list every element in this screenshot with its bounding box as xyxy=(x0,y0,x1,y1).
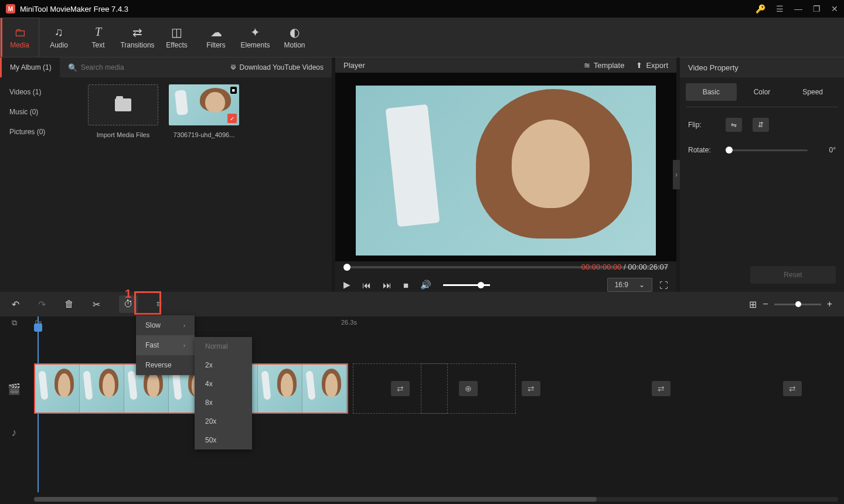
player-panel: Player ≋ Template ⬆ Export xyxy=(335,57,676,292)
fast-20x-item[interactable]: 20x xyxy=(195,412,252,431)
minimize-icon[interactable]: — xyxy=(794,4,802,13)
close-icon[interactable]: ✕ xyxy=(831,4,838,13)
album-tab[interactable]: My Album (1) xyxy=(0,57,60,77)
zoom-out-icon[interactable]: − xyxy=(763,299,768,309)
redo-icon[interactable]: ↷ xyxy=(38,299,46,310)
speed-reverse-item[interactable]: Reverse xyxy=(136,355,195,375)
video-preview xyxy=(356,86,656,256)
tab-color[interactable]: Color xyxy=(737,83,788,101)
layers-icon[interactable]: ⧉ xyxy=(12,318,17,328)
properties-panel: › Video Property Basic Color Speed Flip:… xyxy=(680,57,844,292)
toolbar-transitions[interactable]: ⇄ Transitions xyxy=(118,18,157,57)
fullscreen-icon[interactable]: ⛶ xyxy=(659,280,668,290)
tab-basic[interactable]: Basic xyxy=(686,83,737,101)
player-canvas[interactable] xyxy=(335,73,676,261)
rotate-label: Rotate: xyxy=(688,146,715,154)
category-list: Videos (1) Music (0) Pictures (0) xyxy=(0,77,81,292)
export-button[interactable]: ⬆ Export xyxy=(636,61,668,70)
audio-track: ♪ xyxy=(0,416,844,449)
stop-icon[interactable]: ■ xyxy=(403,280,409,290)
fit-icon[interactable]: ⊞ xyxy=(749,299,757,310)
rotate-value: 0° xyxy=(818,146,836,154)
reset-button[interactable]: Reset xyxy=(750,266,836,284)
volume-slider[interactable] xyxy=(443,284,490,286)
time-current: 00:00:00:00 xyxy=(581,263,622,271)
seek-bar[interactable]: 00:00:00:00 / 00:00:26:07 xyxy=(343,266,668,268)
flip-vertical-button[interactable]: ⇵ xyxy=(753,118,769,132)
next-frame-icon[interactable]: ⏭ xyxy=(383,280,392,290)
speed-slow-item[interactable]: Slow › xyxy=(136,315,195,335)
zoom-in-icon[interactable]: + xyxy=(827,299,832,309)
volume-icon[interactable]: 🔊 xyxy=(420,280,431,290)
app-title: MiniTool MovieMaker Free 7.4.3 xyxy=(20,5,755,13)
maximize-icon[interactable]: ❐ xyxy=(813,4,821,13)
toolbar-media[interactable]: 🗀 Media xyxy=(0,18,39,57)
swap-icon: ⇄ xyxy=(391,381,410,396)
motion-icon: ◐ xyxy=(290,26,300,39)
import-media-card[interactable]: Import Media Files xyxy=(88,84,158,138)
split-icon[interactable]: ✂ xyxy=(93,299,100,310)
transitions-icon: ⇄ xyxy=(132,26,142,39)
category-videos[interactable]: Videos (1) xyxy=(0,82,81,102)
props-title: Video Property xyxy=(680,57,844,77)
template-button[interactable]: ≋ Template xyxy=(584,61,625,70)
fast-4x-item[interactable]: 4x xyxy=(195,374,252,393)
player-title: Player xyxy=(343,61,365,70)
audio-track-icon: ♪ xyxy=(12,427,17,439)
toolbar-elements[interactable]: ✦ Elements xyxy=(236,18,275,57)
toolbar-audio[interactable]: ♫ Audio xyxy=(39,18,79,57)
chevron-right-icon: › xyxy=(183,342,185,349)
panel-collapse-handle[interactable]: › xyxy=(673,160,680,189)
key-icon[interactable]: 🔑 xyxy=(755,4,765,13)
download-youtube-link[interactable]: ⟱ Download YouTube Videos xyxy=(222,63,332,71)
aspect-ratio-select[interactable]: 16:9 ⌄ xyxy=(607,278,652,292)
effects-icon: ◫ xyxy=(171,26,182,39)
toolbar-filters[interactable]: ☁ Filters xyxy=(196,18,236,57)
text-icon: T xyxy=(95,26,101,39)
video-badge-icon: ■ xyxy=(230,87,237,94)
speed-menu: Slow › Fast › Reverse xyxy=(136,315,195,375)
elements-icon: ✦ xyxy=(250,26,260,39)
timeline-scrollbar[interactable] xyxy=(34,497,838,502)
rotate-slider[interactable] xyxy=(726,149,808,151)
seek-handle[interactable] xyxy=(343,264,350,271)
tab-speed[interactable]: Speed xyxy=(787,83,838,101)
play-icon[interactable]: ▶ xyxy=(343,280,350,290)
category-pictures[interactable]: Pictures (0) xyxy=(0,122,81,142)
fast-submenu: Normal 2x 4x 8x 20x 50x xyxy=(195,337,252,449)
check-icon: ✓ xyxy=(227,114,237,123)
chevron-down-icon: ⌄ xyxy=(639,281,645,289)
toolbar-motion[interactable]: ◐ Motion xyxy=(275,18,314,57)
toolbar-effects[interactable]: ◫ Effects xyxy=(157,18,196,57)
prev-frame-icon[interactable]: ⏮ xyxy=(362,280,371,290)
search-box[interactable]: 🔍 xyxy=(60,63,222,72)
timeline: ⧉ 0s 26.3s 🎬 ⇄ ⊕ ⇄ ⇄ ⇄ ♪ xyxy=(0,316,844,504)
crop-icon[interactable]: ⌗ xyxy=(156,299,162,309)
fast-8x-item[interactable]: 8x xyxy=(195,393,252,412)
annotation-1: 1 xyxy=(125,287,131,301)
fast-2x-item[interactable]: 2x xyxy=(195,356,252,374)
category-music[interactable]: Music (0) xyxy=(0,102,81,122)
fast-50x-item[interactable]: 50x xyxy=(195,431,252,449)
export-icon: ⬆ xyxy=(636,61,642,70)
speed-fast-item[interactable]: Fast › xyxy=(136,335,195,355)
app-logo: M xyxy=(6,4,15,13)
layers-icon: ≋ xyxy=(584,61,590,70)
main-toolbar: 🗀 Media ♫ Audio T Text ⇄ Transitions ◫ E… xyxy=(0,18,844,57)
undo-icon[interactable]: ↶ xyxy=(12,299,19,310)
toolbar-text[interactable]: T Text xyxy=(79,18,118,57)
search-input[interactable] xyxy=(81,63,214,71)
flip-horizontal-button[interactable]: ⇋ xyxy=(726,118,742,132)
menu-icon[interactable]: ☰ xyxy=(776,4,784,13)
add-media-icon: ⊕ xyxy=(459,381,478,396)
zoom-slider[interactable] xyxy=(774,304,821,305)
folder-icon: 🗀 xyxy=(14,26,26,39)
swap-icon: ⇄ xyxy=(783,381,802,396)
delete-icon[interactable]: 🗑 xyxy=(64,299,74,309)
fast-normal-item[interactable]: Normal xyxy=(195,337,252,356)
titlebar: M MiniTool MovieMaker Free 7.4.3 🔑 ☰ — ❐… xyxy=(0,0,844,18)
video-track-icon: 🎬 xyxy=(8,383,21,396)
download-icon: ⟱ xyxy=(230,63,236,71)
folder-open-icon xyxy=(115,98,131,111)
media-clip-card[interactable]: ■ ✓ 7306719-uhd_4096... xyxy=(169,84,239,138)
